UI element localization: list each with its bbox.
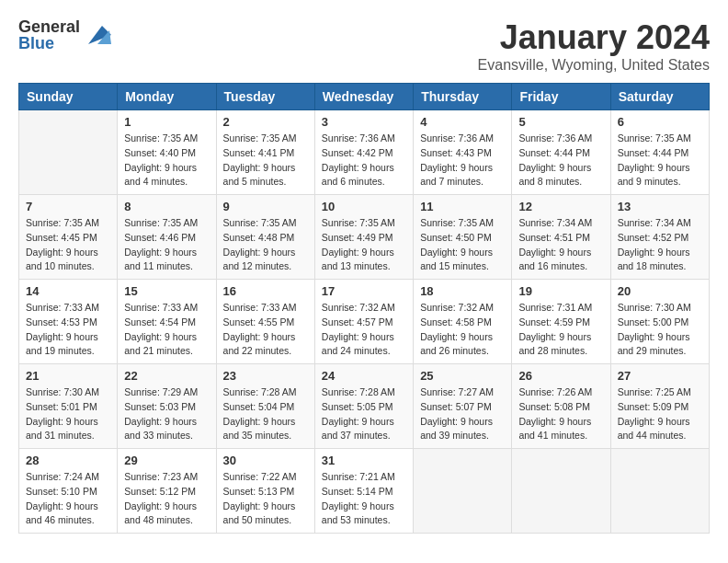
day-number: 19 — [518, 284, 603, 298]
calendar-week-row: 14Sunrise: 7:33 AMSunset: 4:53 PMDayligh… — [19, 280, 710, 364]
calendar-cell: 1Sunrise: 7:35 AMSunset: 4:40 PMDaylight… — [118, 110, 216, 195]
day-number: 3 — [322, 115, 406, 129]
calendar-cell: 20Sunrise: 7:30 AMSunset: 5:00 PMDayligh… — [610, 280, 709, 364]
day-number: 9 — [223, 200, 308, 213]
calendar-week-row: 1Sunrise: 7:35 AMSunset: 4:40 PMDaylight… — [19, 110, 710, 195]
day-number: 10 — [322, 200, 406, 213]
day-info: Sunrise: 7:36 AMSunset: 4:44 PMDaylight:… — [518, 132, 603, 190]
day-info: Sunrise: 7:21 AMSunset: 5:14 PMDaylight:… — [322, 470, 406, 528]
day-info: Sunrise: 7:35 AMSunset: 4:41 PMDaylight:… — [223, 132, 308, 190]
logo: General Blue — [18, 18, 111, 52]
calendar-cell: 8Sunrise: 7:35 AMSunset: 4:46 PMDaylight… — [118, 195, 216, 280]
day-info: Sunrise: 7:30 AMSunset: 5:01 PMDaylight:… — [26, 385, 110, 443]
calendar-week-row: 7Sunrise: 7:35 AMSunset: 4:45 PMDaylight… — [19, 195, 710, 280]
day-number: 4 — [420, 115, 505, 129]
logo-text: General Blue — [18, 18, 80, 52]
calendar-cell: 29Sunrise: 7:23 AMSunset: 5:12 PMDayligh… — [118, 449, 216, 534]
header: General Blue January 2024 Evansville, Wy… — [18, 18, 710, 74]
calendar-table: SundayMondayTuesdayWednesdayThursdayFrid… — [18, 83, 710, 534]
day-info: Sunrise: 7:36 AMSunset: 4:43 PMDaylight:… — [420, 132, 505, 190]
day-number: 18 — [420, 284, 505, 298]
calendar-cell: 19Sunrise: 7:31 AMSunset: 4:59 PMDayligh… — [512, 280, 610, 364]
calendar-cell: 2Sunrise: 7:35 AMSunset: 4:41 PMDaylight… — [216, 110, 314, 195]
day-of-week-header: Saturday — [610, 84, 709, 110]
calendar-cell — [610, 449, 709, 534]
day-info: Sunrise: 7:28 AMSunset: 5:05 PMDaylight:… — [322, 385, 406, 443]
day-of-week-header: Tuesday — [216, 84, 314, 110]
day-of-week-header: Wednesday — [314, 84, 413, 110]
day-number: 20 — [618, 284, 702, 298]
day-number: 21 — [26, 369, 110, 383]
day-number: 15 — [124, 284, 209, 298]
day-of-week-header: Monday — [118, 84, 216, 110]
day-number: 27 — [618, 369, 702, 383]
day-of-week-header: Thursday — [414, 84, 512, 110]
day-number: 16 — [223, 284, 308, 298]
day-of-week-header: Friday — [512, 84, 610, 110]
calendar-cell: 18Sunrise: 7:32 AMSunset: 4:58 PMDayligh… — [414, 280, 512, 364]
calendar-cell: 26Sunrise: 7:26 AMSunset: 5:08 PMDayligh… — [512, 364, 610, 449]
day-number: 7 — [26, 200, 110, 213]
page: General Blue January 2024 Evansville, Wy… — [0, 0, 728, 552]
calendar-cell: 30Sunrise: 7:22 AMSunset: 5:13 PMDayligh… — [216, 449, 314, 534]
header-row: SundayMondayTuesdayWednesdayThursdayFrid… — [19, 84, 710, 110]
day-number: 29 — [124, 454, 209, 467]
calendar-cell: 6Sunrise: 7:35 AMSunset: 4:44 PMDaylight… — [610, 110, 709, 195]
calendar-week-row: 21Sunrise: 7:30 AMSunset: 5:01 PMDayligh… — [19, 364, 710, 449]
day-info: Sunrise: 7:35 AMSunset: 4:45 PMDaylight:… — [26, 216, 110, 274]
day-info: Sunrise: 7:35 AMSunset: 4:44 PMDaylight:… — [618, 132, 702, 190]
calendar-cell: 5Sunrise: 7:36 AMSunset: 4:44 PMDaylight… — [512, 110, 610, 195]
day-info: Sunrise: 7:30 AMSunset: 5:00 PMDaylight:… — [618, 301, 702, 359]
day-info: Sunrise: 7:35 AMSunset: 4:49 PMDaylight:… — [322, 216, 406, 274]
calendar-cell: 31Sunrise: 7:21 AMSunset: 5:14 PMDayligh… — [314, 449, 413, 534]
day-info: Sunrise: 7:32 AMSunset: 4:58 PMDaylight:… — [420, 301, 505, 359]
calendar-cell: 23Sunrise: 7:28 AMSunset: 5:04 PMDayligh… — [216, 364, 314, 449]
calendar-cell: 12Sunrise: 7:34 AMSunset: 4:51 PMDayligh… — [512, 195, 610, 280]
calendar-cell: 22Sunrise: 7:29 AMSunset: 5:03 PMDayligh… — [118, 364, 216, 449]
day-number: 28 — [26, 454, 110, 467]
calendar-cell: 28Sunrise: 7:24 AMSunset: 5:10 PMDayligh… — [19, 449, 118, 534]
day-info: Sunrise: 7:29 AMSunset: 5:03 PMDaylight:… — [124, 385, 209, 443]
logo-icon — [84, 21, 111, 49]
calendar-cell: 27Sunrise: 7:25 AMSunset: 5:09 PMDayligh… — [610, 364, 709, 449]
calendar-cell — [19, 110, 118, 195]
day-number: 25 — [420, 369, 505, 383]
title-block: January 2024 Evansville, Wyoming, United… — [478, 18, 710, 74]
calendar-cell: 17Sunrise: 7:32 AMSunset: 4:57 PMDayligh… — [314, 280, 413, 364]
day-number: 22 — [124, 369, 209, 383]
calendar-cell: 25Sunrise: 7:27 AMSunset: 5:07 PMDayligh… — [414, 364, 512, 449]
day-number: 26 — [518, 369, 603, 383]
calendar-body: 1Sunrise: 7:35 AMSunset: 4:40 PMDaylight… — [19, 110, 710, 534]
day-number: 6 — [618, 115, 702, 129]
logo-general-text: General — [18, 18, 80, 35]
day-info: Sunrise: 7:35 AMSunset: 4:46 PMDaylight:… — [124, 216, 209, 274]
day-info: Sunrise: 7:25 AMSunset: 5:09 PMDaylight:… — [618, 385, 702, 443]
day-info: Sunrise: 7:24 AMSunset: 5:10 PMDaylight:… — [26, 470, 110, 528]
calendar-cell: 10Sunrise: 7:35 AMSunset: 4:49 PMDayligh… — [314, 195, 413, 280]
day-info: Sunrise: 7:36 AMSunset: 4:42 PMDaylight:… — [322, 132, 406, 190]
day-number: 31 — [322, 454, 406, 467]
day-info: Sunrise: 7:26 AMSunset: 5:08 PMDaylight:… — [518, 385, 603, 443]
day-info: Sunrise: 7:33 AMSunset: 4:53 PMDaylight:… — [26, 301, 110, 359]
calendar-cell — [414, 449, 512, 534]
day-number: 30 — [223, 454, 308, 467]
calendar-cell: 9Sunrise: 7:35 AMSunset: 4:48 PMDaylight… — [216, 195, 314, 280]
day-info: Sunrise: 7:31 AMSunset: 4:59 PMDaylight:… — [518, 301, 603, 359]
calendar-cell — [512, 449, 610, 534]
calendar-cell: 14Sunrise: 7:33 AMSunset: 4:53 PMDayligh… — [19, 280, 118, 364]
calendar-cell: 24Sunrise: 7:28 AMSunset: 5:05 PMDayligh… — [314, 364, 413, 449]
location-title: Evansville, Wyoming, United States — [478, 57, 710, 74]
day-info: Sunrise: 7:22 AMSunset: 5:13 PMDaylight:… — [223, 470, 308, 528]
day-info: Sunrise: 7:28 AMSunset: 5:04 PMDaylight:… — [223, 385, 308, 443]
logo-blue-text: Blue — [18, 35, 80, 52]
month-title: January 2024 — [478, 18, 710, 57]
day-number: 14 — [26, 284, 110, 298]
day-number: 11 — [420, 200, 505, 213]
day-info: Sunrise: 7:35 AMSunset: 4:50 PMDaylight:… — [420, 216, 505, 274]
day-number: 1 — [124, 115, 209, 129]
day-info: Sunrise: 7:33 AMSunset: 4:55 PMDaylight:… — [223, 301, 308, 359]
calendar-header: SundayMondayTuesdayWednesdayThursdayFrid… — [19, 84, 710, 110]
calendar-cell: 21Sunrise: 7:30 AMSunset: 5:01 PMDayligh… — [19, 364, 118, 449]
day-number: 12 — [518, 200, 603, 213]
day-info: Sunrise: 7:34 AMSunset: 4:52 PMDaylight:… — [618, 216, 702, 274]
